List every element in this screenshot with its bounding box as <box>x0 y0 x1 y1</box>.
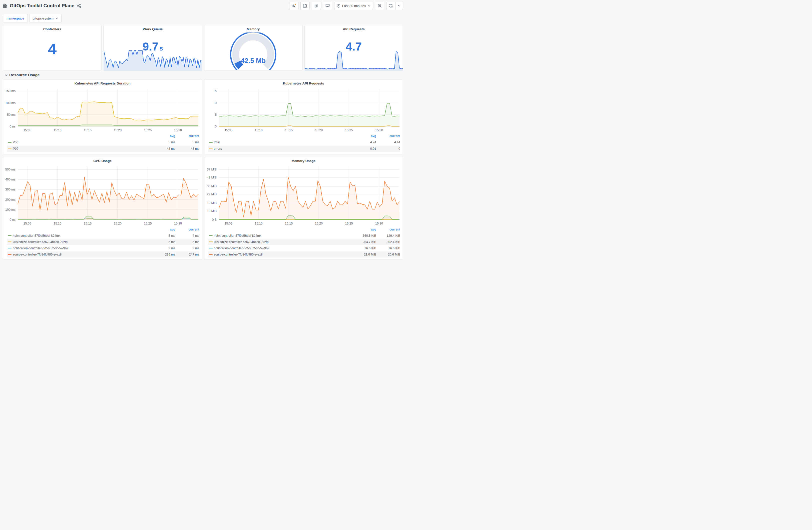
time-range-label: Last 30 minutes <box>342 4 366 8</box>
svg-text:0 ns: 0 ns <box>10 125 15 128</box>
svg-text:19 MiB: 19 MiB <box>207 201 217 205</box>
time-range-picker[interactable]: Last 30 minutes <box>334 2 373 10</box>
series-label[interactable]: notification-controller-6d56575dc-5w9n9 <box>214 247 354 250</box>
charts-row-1: Kubernetes API Requests Duration 0 ns50 … <box>3 79 403 154</box>
series-label[interactable]: helm-controller-57f9b56bbf-k24mk <box>13 234 153 237</box>
series-label[interactable]: source-controller-7fb84fc985-zvsz8 <box>13 253 153 256</box>
legend: avg current helm-controller-57f9b56bbf-k… <box>3 226 202 258</box>
memory-chart-plot[interactable]: 0 B10 MiB19 MiB29 MiB38 MiB48 MiB57 MiB1… <box>204 164 403 226</box>
legend-col-current[interactable]: current <box>376 134 400 138</box>
legend: avg current helm-controller-57f9b56bbf-k… <box>204 226 403 258</box>
chevron-down-icon <box>5 74 8 76</box>
series-label[interactable]: errors <box>214 147 354 150</box>
chevron-down-icon <box>368 5 371 7</box>
legend-row: notification-controller-6d56575dc-5w9n9 … <box>7 245 199 251</box>
tv-mode-icon[interactable] <box>323 2 332 10</box>
svg-text:500 ms: 500 ms <box>5 168 15 171</box>
legend-row: kustomize-controller-6c6784b468-7kzfp 5 … <box>7 239 199 245</box>
add-panel-button[interactable] <box>289 2 299 10</box>
panel-api-requests: API Requests 4.7 <box>304 25 403 71</box>
series-label[interactable]: source-controller-7fb84fc985-zvsz8 <box>214 253 354 256</box>
panel-title[interactable]: Kubernetes API Requests Duration <box>3 79 202 87</box>
series-label[interactable]: total <box>214 141 354 144</box>
legend: avg current P50 5 ms 5 ms P99 48 ms 43 m… <box>3 133 202 152</box>
refresh-interval-dropdown[interactable] <box>395 2 403 10</box>
zoom-out-button[interactable] <box>375 2 384 10</box>
series-label[interactable]: P99 <box>13 147 153 150</box>
svg-text:15:20: 15:20 <box>114 222 121 225</box>
legend-col-avg[interactable]: avg <box>153 228 175 231</box>
namespace-dropdown[interactable]: gitops-system <box>29 14 61 23</box>
settings-gear-icon[interactable] <box>312 2 321 10</box>
page-title[interactable]: GitOps Toolkit Control Plane <box>10 3 74 9</box>
memory-gauge-value: 42.5 Mb <box>204 57 302 65</box>
svg-text:15:15: 15:15 <box>285 129 292 132</box>
series-dash <box>8 142 12 143</box>
series-label[interactable]: P50 <box>13 141 153 144</box>
panel-k8s-api-requests-duration: Kubernetes API Requests Duration 0 ns50 … <box>3 79 202 154</box>
section-resource-usage[interactable]: Resource Usage <box>3 71 403 79</box>
share-icon[interactable] <box>77 4 81 8</box>
legend-col-avg[interactable]: avg <box>354 134 376 138</box>
requests-chart-plot[interactable]: 05101515:0515:1015:1515:2015:2515:30 <box>204 87 403 133</box>
svg-text:50 ms: 50 ms <box>7 113 15 117</box>
duration-chart-plot[interactable]: 0 ns50 ms100 ms150 ms15:0515:1015:1515:2… <box>3 87 202 133</box>
svg-text:15:05: 15:05 <box>24 222 31 225</box>
refresh-button[interactable] <box>386 2 395 10</box>
svg-text:15:20: 15:20 <box>315 222 322 225</box>
series-label[interactable]: notification-controller-6d56575dc-5w9n9 <box>13 247 153 250</box>
variable-name-label: namespace <box>3 14 28 23</box>
series-dash <box>209 241 213 242</box>
legend-col-avg[interactable]: avg <box>354 228 376 231</box>
legend-col-current[interactable]: current <box>175 228 199 231</box>
svg-text:15:30: 15:30 <box>174 222 182 225</box>
legend-row: source-controller-7fb84fc985-zvsz8 236 m… <box>7 251 199 257</box>
legend-col-current[interactable]: current <box>175 134 199 138</box>
legend-row: total 4.74 4.44 <box>208 139 401 146</box>
series-label[interactable]: kustomize-controller-6c6784b468-7kzfp <box>13 240 153 244</box>
svg-text:15:15: 15:15 <box>84 129 91 132</box>
svg-text:15:30: 15:30 <box>375 129 383 132</box>
svg-text:10 MiB: 10 MiB <box>207 209 217 213</box>
panel-title[interactable]: CPU Usage <box>3 157 202 164</box>
series-dash <box>209 148 213 149</box>
api-requests-value: 4.7 <box>305 40 403 53</box>
svg-text:15:10: 15:10 <box>255 129 262 132</box>
series-label[interactable]: helm-controller-57f9b56bbf-k24mk <box>214 234 354 237</box>
namespace-value: gitops-system <box>33 16 54 20</box>
dashboard-header: GitOps Toolkit Control Plane <box>3 0 403 12</box>
svg-text:15:25: 15:25 <box>144 129 151 132</box>
section-title: Resource Usage <box>9 73 40 77</box>
legend-col-avg[interactable]: avg <box>153 134 175 138</box>
panel-memory: Memory 42.5 Mb <box>204 25 303 71</box>
svg-text:15: 15 <box>213 89 217 93</box>
panel-title[interactable]: Memory <box>204 25 302 33</box>
panel-title[interactable]: Kubernetes API Requests <box>204 79 403 87</box>
charts-row-2: CPU Usage 0 ns100 ms200 ms300 ms400 ms50… <box>3 157 403 260</box>
save-dashboard-button[interactable] <box>301 2 310 10</box>
legend-row: P99 48 ms 43 ms <box>7 146 199 152</box>
svg-text:100 ms: 100 ms <box>5 101 15 105</box>
svg-text:15:25: 15:25 <box>345 222 353 225</box>
svg-text:38 MiB: 38 MiB <box>207 185 217 188</box>
svg-text:15:10: 15:10 <box>54 129 61 132</box>
panel-title[interactable]: Memory Usage <box>204 157 403 164</box>
legend-col-current[interactable]: current <box>376 228 400 231</box>
legend-row: source-controller-7fb84fc985-zvsz8 21.0 … <box>208 251 401 257</box>
panel-title[interactable]: Controllers <box>3 25 101 33</box>
series-label[interactable]: kustomize-controller-6c6784b468-7kzfp <box>214 240 354 244</box>
series-dash <box>8 248 12 249</box>
series-dash <box>8 148 12 149</box>
panel-controllers: Controllers 4 <box>3 25 102 71</box>
svg-text:400 ms: 400 ms <box>5 178 15 181</box>
cpu-chart-plot[interactable]: 0 ns100 ms200 ms300 ms400 ms500 ms15:051… <box>3 164 202 226</box>
panel-memory-usage: Memory Usage 0 B10 MiB19 MiB29 MiB38 MiB… <box>204 157 403 260</box>
svg-text:10: 10 <box>213 101 217 105</box>
svg-text:48 MiB: 48 MiB <box>207 176 217 179</box>
legend-row: helm-controller-57f9b56bbf-k24mk 360.5 K… <box>208 233 401 239</box>
legend: avg current total 4.74 4.44 errors 0.01 … <box>204 133 403 152</box>
dashboard-grid-icon[interactable] <box>3 4 7 8</box>
series-dash <box>8 241 12 242</box>
svg-text:0: 0 <box>215 125 217 128</box>
series-dash <box>8 235 12 236</box>
